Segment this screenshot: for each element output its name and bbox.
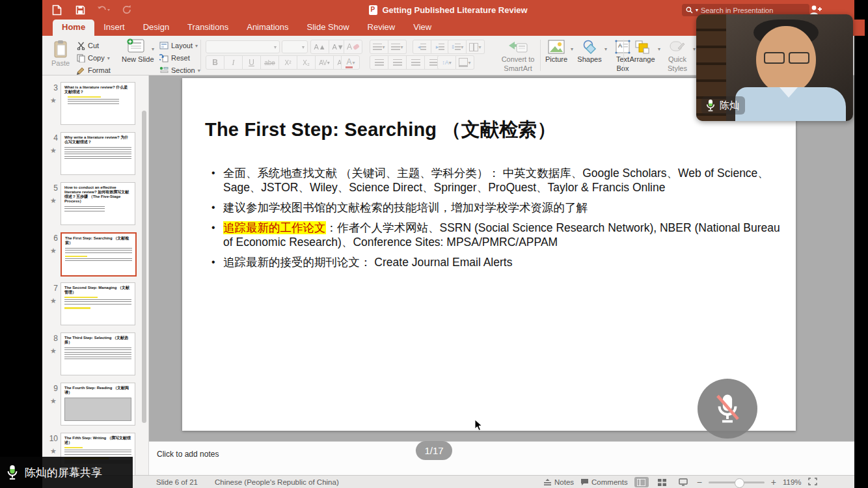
font-name-chevron-icon: ▾ — [274, 44, 277, 50]
zoom-slider[interactable] — [709, 481, 765, 483]
thumbnail-slide-6-selected[interactable]: 6 ★ The First Step: Searching （文献检索） — [42, 232, 148, 277]
decrease-indent-button[interactable]: ◂ — [413, 40, 431, 54]
smartart-icon — [508, 41, 528, 54]
align-center-button[interactable] — [388, 55, 407, 70]
zoom-in-button[interactable]: + — [771, 477, 776, 487]
quick-styles-button[interactable]: Quick Styles — [663, 40, 692, 72]
comments-toggle[interactable]: Comments — [580, 478, 628, 486]
font-color-group: A▾ — [341, 55, 360, 70]
strikethrough-button[interactable]: abe — [261, 55, 279, 70]
thumbnail-slide-5[interactable]: 5 ★ How to conduct an effective literatu… — [42, 182, 148, 226]
copy-button[interactable]: Copy▾ — [77, 52, 110, 64]
convert-smartart-button[interactable]: Convert to SmartArt — [496, 41, 539, 72]
tab-review[interactable]: Review — [359, 20, 405, 36]
cut-button[interactable]: Cut — [77, 40, 99, 51]
animation-star-icon: ★ — [50, 146, 57, 155]
quick-styles-chevron-icon[interactable]: ▾ — [693, 46, 696, 52]
notes-pane[interactable]: Click to add notes — [149, 441, 854, 476]
text-direction-button[interactable]: ↕A▾ — [437, 55, 456, 70]
bullet-item: 追踪最新的工作论文：作者个人学术网站、SSRN (Social Science … — [208, 221, 784, 249]
thumbnail-scrollbar[interactable] — [142, 111, 146, 423]
clear-formatting-button[interactable]: A — [344, 40, 362, 54]
arrange-chevron-icon[interactable]: ▾ — [658, 46, 660, 52]
shared-screen: P Getting Published Literature Review ▾ … — [0, 0, 868, 488]
paste-button[interactable]: Paste — [49, 40, 72, 67]
thumb-title: The Fourth Step: Reading （文献阅读） — [61, 383, 135, 396]
arrange-button[interactable]: Arrange — [628, 40, 657, 63]
zoom-slider-thumb[interactable] — [735, 478, 744, 488]
subscript-button[interactable]: X₂ — [297, 55, 316, 70]
layout-button[interactable]: Layout▾ — [159, 40, 198, 51]
tab-animations[interactable]: Animations — [237, 20, 297, 36]
character-spacing-button[interactable]: AV▾ — [316, 55, 334, 70]
increase-indent-button[interactable]: ▸ — [431, 40, 450, 54]
shapes-button[interactable]: Shapes — [576, 40, 603, 63]
picture-button[interactable]: Picture — [543, 40, 569, 63]
thumbnail-slide-8[interactable]: 8 ★ The Third Step: Selecting （文献选择） — [42, 332, 148, 377]
new-slide-button[interactable]: New Slide — [122, 38, 150, 63]
notes-toggle[interactable]: Notes — [543, 478, 574, 486]
tab-insert[interactable]: Insert — [94, 20, 134, 36]
thumbnail-slide-7[interactable]: 7 ★ The Second Step: Managing （文献管理） — [42, 282, 148, 327]
bold-button[interactable]: B — [206, 55, 224, 70]
line-spacing-button[interactable]: ⇕▾ — [448, 40, 467, 54]
shapes-chevron-icon[interactable]: ▾ — [604, 46, 607, 52]
font-size-chevron-icon: ▾ — [302, 44, 305, 50]
section-button[interactable]: Section▾ — [159, 64, 200, 76]
increase-font-button[interactable]: A▲ — [310, 40, 329, 54]
thumbnail-slide-4[interactable]: 4 ★ Why write a literature review? 为什么写文… — [42, 132, 148, 176]
normal-view-button[interactable] — [634, 477, 649, 487]
notes-placeholder: Click to add notes — [157, 450, 219, 459]
comments-icon — [580, 478, 589, 486]
superscript-button[interactable]: X² — [279, 55, 297, 70]
clear-format-group: A — [344, 40, 362, 54]
ppt-doc-icon: P — [369, 5, 377, 15]
mute-button[interactable] — [698, 379, 757, 439]
fit-slide-button[interactable] — [808, 478, 817, 487]
font-name-select[interactable]: ▾ — [206, 40, 280, 53]
search-scope-chevron-icon: ▾ — [696, 7, 698, 13]
zoom-out-button[interactable]: − — [697, 477, 702, 487]
format-painter-button[interactable]: Format — [77, 64, 111, 76]
reset-icon — [159, 54, 169, 62]
align-left-button[interactable] — [370, 55, 388, 70]
quick-styles-icon — [669, 40, 686, 54]
new-slide-chevron-icon[interactable]: ▾ — [152, 46, 154, 52]
thumb-title: Why write a literature review? 为什么写文献综述？ — [61, 133, 135, 146]
tab-home[interactable]: Home — [53, 20, 94, 36]
list-group: ▾ ▾ — [370, 40, 407, 54]
picture-chevron-icon[interactable]: ▾ — [571, 46, 573, 52]
tab-design[interactable]: Design — [134, 20, 178, 36]
thumb-title: The Third Step: Selecting （文献选择） — [61, 333, 135, 346]
thumbnail-slide-9[interactable]: 9 ★ The Fourth Step: Reading （文献阅读） — [42, 383, 148, 427]
animation-star-icon: ★ — [50, 247, 57, 255]
tab-transitions[interactable]: Transitions — [178, 20, 237, 36]
underline-button[interactable]: U — [243, 55, 261, 70]
tab-slide-show[interactable]: Slide Show — [298, 20, 359, 36]
picture-icon — [548, 40, 565, 54]
slide-sorter-view-button[interactable] — [655, 477, 670, 487]
zoom-level-label: 119% — [783, 478, 802, 486]
tab-view[interactable]: View — [404, 20, 441, 36]
font-size-select[interactable]: ▾ — [282, 40, 308, 53]
language-label[interactable]: Chinese (People's Republic of China) — [215, 478, 339, 486]
slide-number: 10 — [46, 434, 58, 443]
reset-button[interactable]: Reset — [159, 52, 190, 64]
numbered-list-button[interactable]: ▾ — [388, 40, 407, 54]
font-color-button[interactable]: A▾ — [341, 55, 360, 70]
slide-position-label: Slide 6 of 21 — [156, 478, 198, 486]
participant-video[interactable]: 陈灿 — [696, 14, 853, 121]
current-slide[interactable]: The First Step: Searching （文献检索） 全面、系统地查… — [182, 78, 796, 431]
bullet-list-button[interactable]: ▾ — [370, 40, 388, 54]
layout-icon — [159, 42, 169, 49]
thumbnail-slide-3[interactable]: 3 ★ What is a literature review? 什么是文献综述… — [42, 82, 148, 126]
svg-text:A: A — [618, 42, 622, 49]
bullet-item: 建议参加学校图书馆的文献检索的技能培训，增加对学校学术资源的了解 — [208, 200, 784, 215]
columns-button[interactable]: ▾ — [467, 40, 485, 54]
section-icon — [159, 66, 169, 74]
slideshow-view-button[interactable] — [676, 477, 690, 487]
align-right-button[interactable] — [407, 55, 425, 70]
italic-button[interactable]: I — [224, 55, 243, 70]
arrange-icon — [634, 40, 650, 54]
align-text-button[interactable]: ▾ — [456, 55, 474, 70]
